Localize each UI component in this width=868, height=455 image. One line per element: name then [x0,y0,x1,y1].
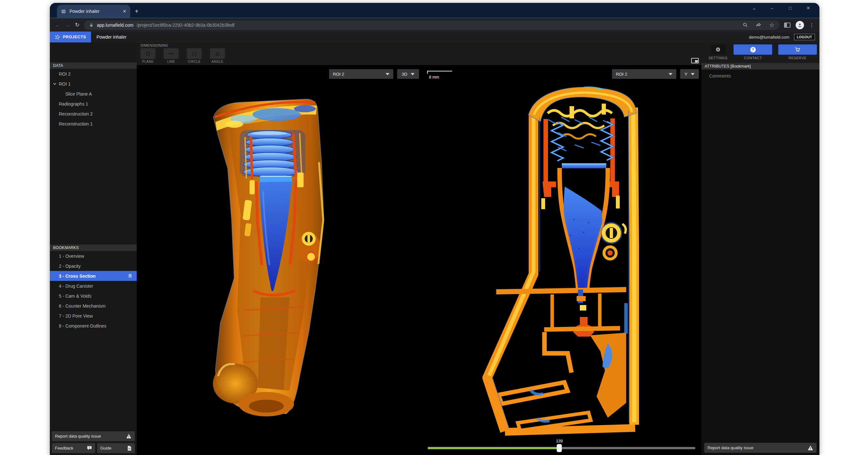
window-controls: ⌄ – □ ✕ [749,5,813,11]
browser-tab[interactable]: Powder inhaler ✕ [57,5,130,18]
dimensioning-title: DIMENSIONING [141,43,702,47]
share-icon[interactable] [756,22,762,28]
tree-item-radiographs-1[interactable]: Radiographs 1 [50,99,137,109]
browser-menu-icon[interactable]: ⋮ [809,22,814,28]
right-axis-dropdown[interactable]: Y [680,69,699,79]
attributes-header: ATTRIBUTES [Bookmark] [702,63,819,69]
contact-label: CONTACT [744,56,762,60]
side-panel-icon[interactable] [784,23,790,28]
tool-line[interactable]: LINE [164,48,179,63]
left-mode-dropdown[interactable]: 3D [397,69,419,79]
account-email: demo@lumafield.com [749,35,789,39]
slider-track-fill [428,447,559,449]
left-render-3d-volume [180,85,392,431]
lumafield-logo-icon [55,34,60,40]
url-path: /project/1ec8f0ca-2292-40b2-9b3a-0b3042b… [137,23,735,28]
plane-icon [145,51,151,57]
bookmark-item-overview[interactable]: 1 - Overview [50,251,137,261]
gear-icon: ⚙ [716,46,720,53]
bookmarks-section-header: BOOKMARKS [50,245,137,251]
caret-down-icon [385,73,390,75]
app-top-bar: PROJECTS Powder inhaler demo@lumafield.c… [50,32,819,42]
feedback-button[interactable]: Feedback [52,443,95,453]
projects-label: PROJECTS [63,35,86,39]
reserve-label: RESERVE [788,56,807,60]
caret-down-icon [691,73,695,75]
scale-bar-label: 8 mm [429,75,452,80]
window-close-icon[interactable]: ✕ [803,5,813,11]
project-title: Powder inhaler [96,34,126,39]
settings-button[interactable]: ⚙ [711,44,725,55]
url-domain: app.lumafield.com [97,23,133,28]
left-roi-dropdown[interactable]: ROI 2 [329,69,393,79]
right-render-2d-slice [462,81,667,442]
projects-button[interactable]: PROJECTS [50,32,91,42]
sidebar: DATA ROI 2 ROI 1 Slice Plane A Radiograp… [50,42,137,455]
report-data-quality-button-right[interactable]: Report data quality issue [704,443,816,453]
new-tab-button[interactable]: + [135,8,138,15]
slice-slider-value: 139 [556,439,563,444]
caret-down-icon [411,73,414,75]
tree-expand-icon[interactable] [53,82,57,86]
reserve-button[interactable] [778,44,817,55]
tree-item-reconstruction-2[interactable]: Reconstruction 2 [50,109,137,119]
url-field[interactable]: app.lumafield.com /project/1ec8f0ca-2292… [84,20,780,30]
chrome-actions: ⋮ [784,21,814,29]
zoom-search-icon[interactable] [743,22,748,28]
slice-slider[interactable]: 139 [428,439,695,453]
circle-icon [191,51,197,57]
dimensioning-toolbar: DIMENSIONING PLANE LINE CIRCLE [137,42,702,65]
attributes-panel: ⚙ SETTINGS ? CONTACT [702,42,819,455]
bookmark-item-component-outlines[interactable]: 8 - Component Outlines [50,321,137,331]
tree-item-reconstruction-1[interactable]: Reconstruction 1 [50,119,137,129]
logout-button[interactable]: LOGOUT [794,34,815,40]
window-minimize-icon[interactable]: – [767,5,777,11]
bookmark-item-opacity[interactable]: 2 - Opacity [50,261,137,271]
tool-angle[interactable]: ANGLE [210,48,225,63]
forward-icon[interactable]: → [65,22,70,28]
globe-favicon-icon [61,9,66,14]
window-menu-icon[interactable]: ⌄ [749,5,759,11]
window-maximize-icon[interactable]: □ [785,5,795,11]
line-icon [168,51,174,57]
tree-item-slice-plane-a[interactable]: Slice Plane A [50,89,137,99]
data-section-header: DATA [50,62,137,69]
browser-tab-strip: Powder inhaler ✕ + ⌄ – □ ✕ [50,3,819,18]
guide-button[interactable]: Guide [97,443,135,453]
bookmark-item-counter-mechanism[interactable]: 6 - Counter Mechanism [50,301,137,311]
scale-bar-line [427,71,452,74]
bookmark-icon [128,274,132,279]
tool-plane[interactable]: PLANE [141,48,155,63]
back-icon[interactable]: ← [55,22,60,28]
bookmark-item-2d-pore-view[interactable]: 7 - 2D Pore View [50,311,137,321]
profile-avatar[interactable] [796,21,804,29]
refresh-icon[interactable]: ↻ [75,22,80,28]
tool-circle[interactable]: CIRCLE [187,48,202,63]
right-roi-dropdown[interactable]: ROI 2 [612,69,676,79]
tab-close-icon[interactable]: ✕ [123,9,126,14]
bookmark-item-drug-canister[interactable]: 4 - Drug Canister [50,281,137,291]
question-icon: ? [750,47,756,53]
warning-icon [126,434,131,438]
scale-bar: 8 mm [427,71,452,80]
contact-button[interactable]: ? [734,44,772,55]
browser-url-bar: ← → ↻ app.lumafield.com /project/1ec8f0c… [50,18,819,32]
tree-item-roi-2[interactable]: ROI 2 [50,69,137,79]
angle-icon [215,51,220,57]
slider-thumb[interactable] [557,444,562,452]
warning-icon [808,445,813,451]
tab-title: Powder inhaler [69,9,119,14]
bookmark-star-icon[interactable]: ☆ [769,22,774,29]
guide-document-icon [127,446,131,451]
feedback-bubble-icon [87,446,92,451]
caret-down-icon [669,73,673,75]
bookmark-item-cam-voids[interactable]: 5 - Cam & Voids [50,291,137,301]
lock-icon [89,23,94,28]
tree-item-roi-1[interactable]: ROI 1 [50,79,137,89]
picture-in-picture-icon[interactable] [691,58,699,63]
bookmark-item-cross-section[interactable]: 3 - Cross Section [50,271,137,281]
viewport[interactable]: ROI 2 3D 8 mm ROI 2 Y [137,65,702,455]
cart-icon [794,47,801,53]
report-data-quality-button[interactable]: Report data quality issue [52,431,135,441]
viewer-area: DIMENSIONING PLANE LINE CIRCLE [137,42,702,455]
